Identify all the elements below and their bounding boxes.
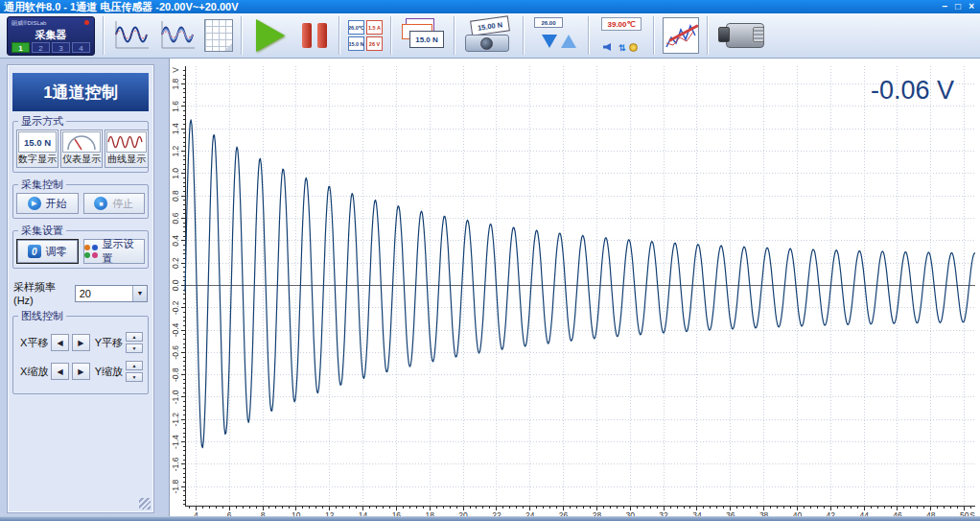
data-transfer-button[interactable]: 26.00 [528, 14, 584, 57]
start-circle-icon: ▶ [28, 197, 41, 210]
report-icon [663, 17, 699, 54]
display-settings-label: 显示设置 [103, 237, 145, 266]
y-pan-up-button[interactable]: ▲ [126, 332, 143, 342]
minimize-button[interactable]: – [943, 1, 948, 12]
svg-text:4: 4 [194, 510, 198, 516]
svg-text:0.2: 0.2 [171, 257, 180, 269]
acquisition-settings-group: 采集设置 0 调零 显示设置 [12, 230, 149, 269]
digital-display-button[interactable]: 15.0 N 数字显示 [16, 130, 58, 168]
y-zoom-out-button[interactable]: ▼ [126, 372, 143, 382]
pause-acquisition-button[interactable] [294, 14, 335, 57]
svg-text:-1.4: -1.4 [171, 435, 180, 449]
import-export-icon: 26.00 [532, 17, 580, 54]
svg-text:1.8: 1.8 [171, 78, 180, 89]
zero-adjust-button[interactable]: 0 调零 [16, 239, 79, 264]
svg-text:1.6: 1.6 [171, 101, 180, 112]
x-zoom-out-button[interactable]: ◀ [51, 363, 69, 380]
cascade-windows-icon: 15.0 N [400, 18, 446, 53]
channel-tab-1[interactable]: 1 [12, 42, 30, 53]
alarm-arrows: ⇅ [618, 43, 626, 53]
play-icon [256, 19, 285, 52]
stop-button[interactable]: ■ 停止 [83, 193, 146, 214]
close-button[interactable]: × [968, 1, 974, 12]
download-arrow-icon [542, 35, 557, 48]
toolbar-separator [338, 16, 340, 55]
meter-display-button[interactable]: 仪表显示 [60, 130, 103, 168]
dropdown-arrow-icon[interactable]: ▼ [132, 286, 147, 301]
x-zoom-in-button[interactable]: ▶ [72, 363, 90, 380]
svg-text:38: 38 [759, 510, 769, 516]
svg-text:1.2: 1.2 [171, 145, 180, 156]
toolbar: 朗威®DISLab 采集器 1 2 3 4 [0, 13, 980, 59]
start-acquisition-button[interactable] [246, 14, 294, 57]
y-zoom-in-button[interactable]: ▲ [126, 361, 143, 370]
stop-circle-icon: ■ [94, 197, 107, 210]
channel-tab-4[interactable]: 4 [72, 42, 90, 53]
curve-display-button[interactable]: 曲线显示 [105, 130, 149, 168]
svg-text:0.0: 0.0 [171, 279, 180, 291]
data-table-button[interactable] [200, 14, 237, 57]
svg-text:20: 20 [458, 510, 468, 516]
svg-text:8: 8 [261, 510, 266, 516]
panel-resize-grip[interactable] [139, 498, 151, 509]
sample-rate-row: 采样频率 (Hz) 20 ▼ [13, 280, 148, 306]
display-settings-button[interactable]: 显示设置 [83, 239, 146, 264]
svg-text:48: 48 [926, 510, 936, 516]
x-pan-right-button[interactable]: ▶ [72, 334, 90, 351]
toolbar-separator [241, 16, 243, 55]
cascade-windows-button[interactable]: 15.0 N [396, 14, 450, 57]
waveform-chart: 4681012141618202224262830323436384042444… [170, 59, 980, 516]
display-mode-label: 显示方式 [18, 114, 66, 129]
channel-tab-3[interactable]: 3 [52, 42, 70, 53]
x-zoom-label: X缩放 [18, 365, 48, 379]
svg-text:-1.8: -1.8 [171, 480, 180, 494]
sample-rate-value: 20 [80, 288, 91, 299]
svg-text:10: 10 [292, 510, 301, 516]
y-pan-label: Y平移 [93, 336, 123, 350]
svg-text:42: 42 [827, 510, 836, 516]
camcorder-icon [716, 17, 768, 54]
y-pan-down-button[interactable]: ▼ [126, 343, 143, 353]
curve-icon [107, 133, 146, 151]
svg-text:S: S [969, 510, 975, 516]
alarm-icon: 39.00℃ ⇅ [597, 17, 645, 54]
dual-sine-wave-icon [158, 18, 197, 53]
sample-rate-label: 采样频率 (Hz) [13, 280, 71, 306]
display-mode-group: 显示方式 15.0 N 数字显示 [12, 121, 149, 173]
y-zoom-label: Y缩放 [93, 365, 123, 379]
camera-icon: 15.00 N [463, 17, 515, 54]
svg-text:32: 32 [659, 510, 668, 516]
toolbar-separator [103, 16, 105, 55]
x-pan-left-button[interactable]: ◀ [51, 334, 69, 351]
video-capture-button[interactable] [712, 14, 772, 57]
snapshot-camera-button[interactable]: 15.00 N [459, 14, 519, 57]
voltage-reading: -0.06 V [871, 76, 954, 105]
svg-text:50: 50 [960, 510, 969, 516]
start-button[interactable]: ▶ 开始 [16, 193, 79, 214]
maximize-button[interactable]: □ [955, 1, 961, 12]
digital-display-label: 数字显示 [18, 153, 57, 166]
report-button[interactable] [659, 14, 703, 57]
channel-tab-2[interactable]: 2 [32, 42, 50, 53]
acq-settings-label: 采集设置 [18, 224, 66, 238]
toolbar-separator [523, 16, 525, 55]
zero-button-label: 调零 [46, 245, 67, 259]
single-curve-button[interactable] [108, 14, 154, 57]
toolbar-separator [390, 16, 392, 55]
alarm-settings-button[interactable]: 39.00℃ ⇅ [594, 14, 649, 57]
title-bar: 通用软件8.0 - 1通道 电压传感器 -20.00V~+20.00V – □ … [0, 0, 980, 13]
svg-text:24: 24 [525, 510, 535, 516]
transfer-display-value: 26.00 [534, 17, 563, 28]
multi-display-icon: 26.0℃ 1.5 A 15.0 N 26 V [348, 20, 383, 51]
svg-text:22: 22 [492, 510, 502, 516]
camera-screen-value: 15.00 N [470, 15, 510, 36]
svg-text:44: 44 [859, 510, 869, 516]
sine-wave-icon [112, 18, 151, 53]
mini-display-voltage: 26 V [366, 36, 383, 51]
svg-text:40: 40 [793, 510, 803, 516]
cascade-value: 15.0 N [409, 31, 444, 48]
multi-curve-button[interactable] [154, 14, 200, 57]
collector-device-button[interactable]: 朗威®DISLab 采集器 1 2 3 4 [3, 14, 99, 57]
multi-channel-display-button[interactable]: 26.0℃ 1.5 A 15.0 N 26 V [344, 14, 386, 57]
sample-rate-select[interactable]: 20 ▼ [75, 285, 148, 302]
